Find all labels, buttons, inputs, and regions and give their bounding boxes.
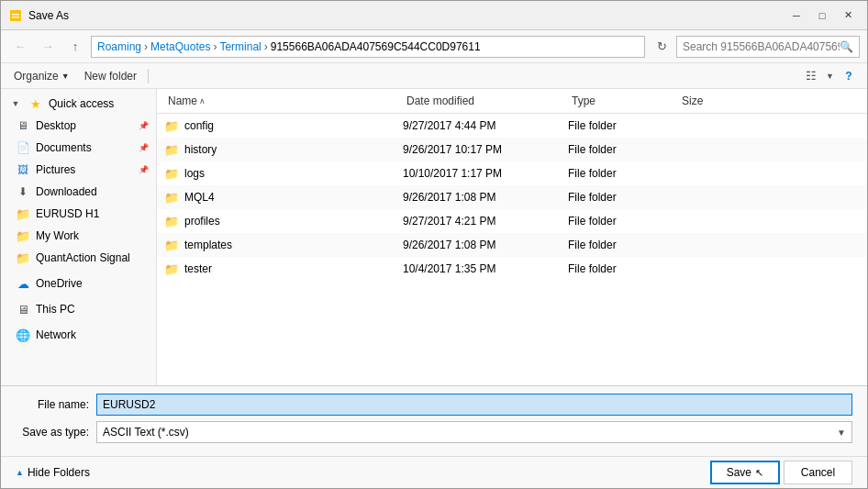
refresh-button[interactable]: ↻ bbox=[651, 36, 673, 58]
main-content: ▼ ★ Quick access 🖥 Desktop 📌 📄 Documents… bbox=[1, 89, 867, 385]
navigation-toolbar: ← → ↑ Roaming › MetaQuotes › Terminal › … bbox=[1, 30, 867, 63]
table-row[interactable]: 📁 templates 9/26/2017 1:08 PM File folde… bbox=[157, 233, 867, 257]
view-button[interactable]: ☷ bbox=[800, 66, 822, 86]
bottom-panel: File name: Save as type: ASCII Text (*.c… bbox=[1, 385, 867, 456]
quick-access-header[interactable]: ▼ ★ Quick access bbox=[1, 93, 156, 115]
new-folder-button[interactable]: New folder bbox=[79, 68, 142, 84]
onedrive-icon: ☁ bbox=[16, 276, 30, 291]
table-row[interactable]: 📁 config 9/27/2017 4:44 PM File folder bbox=[157, 114, 867, 138]
savetype-row: Save as type: ASCII Text (*.csv) ▼ bbox=[16, 421, 852, 443]
quick-access-section: ▼ ★ Quick access 🖥 Desktop 📌 📄 Documents… bbox=[1, 93, 156, 269]
desktop-icon: 🖥 bbox=[16, 118, 30, 133]
folder-icon: 📁 bbox=[164, 261, 179, 276]
col-header-date[interactable]: Date modified bbox=[403, 93, 568, 109]
col-header-type[interactable]: Type bbox=[568, 93, 678, 109]
savetype-label: Save as type: bbox=[16, 426, 89, 439]
save-label: Save bbox=[727, 466, 751, 479]
save-button[interactable]: Save ↖ bbox=[710, 461, 780, 484]
file-name: history bbox=[184, 143, 217, 156]
help-button[interactable]: ? bbox=[838, 66, 860, 86]
quick-access-chevron: ▼ bbox=[8, 96, 23, 111]
file-name: profiles bbox=[184, 215, 220, 228]
breadcrumb-roaming[interactable]: Roaming bbox=[97, 40, 141, 53]
documents-pin-icon: 📌 bbox=[139, 143, 149, 152]
forward-button[interactable]: → bbox=[36, 36, 60, 58]
hide-folders-chevron-icon: ▲ bbox=[16, 468, 24, 477]
file-type: File folder bbox=[568, 119, 678, 132]
organize-label: Organize bbox=[14, 70, 59, 83]
sidebar-item-mywork[interactable]: 📁 My Work bbox=[1, 225, 156, 247]
cancel-label: Cancel bbox=[801, 466, 835, 479]
sidebar-mywork-label: My Work bbox=[36, 229, 79, 242]
back-button[interactable]: ← bbox=[8, 36, 32, 58]
maximize-button[interactable]: □ bbox=[810, 6, 834, 25]
downloaded-icon: ⬇ bbox=[16, 184, 30, 199]
file-type: File folder bbox=[568, 191, 678, 204]
file-date: 9/27/2017 4:21 PM bbox=[403, 215, 568, 228]
svg-rect-0 bbox=[10, 10, 21, 21]
folder-icon: 📁 bbox=[164, 142, 179, 157]
filename-input[interactable] bbox=[96, 394, 852, 416]
sidebar-item-thispc[interactable]: 🖥 This PC bbox=[1, 298, 156, 320]
folder-icon: 📁 bbox=[164, 214, 179, 228]
sort-arrow-name: ∧ bbox=[199, 96, 206, 106]
title-bar-controls: ─ □ ✕ bbox=[785, 6, 860, 25]
sidebar-desktop-label: Desktop bbox=[36, 119, 76, 132]
sidebar-item-network[interactable]: 🌐 Network bbox=[1, 324, 156, 346]
mywork-folder-icon: 📁 bbox=[16, 228, 30, 243]
search-box[interactable]: 🔍 bbox=[676, 36, 860, 58]
sidebar-thispc-label: This PC bbox=[36, 303, 75, 316]
folder-icon: 📁 bbox=[164, 190, 179, 205]
savetype-value: ASCII Text (*.csv) bbox=[103, 426, 189, 439]
sidebar-item-quantaction[interactable]: 📁 QuantAction Signal bbox=[1, 247, 156, 269]
col-header-size[interactable]: Size bbox=[678, 93, 751, 109]
hide-folders-label: Hide Folders bbox=[28, 466, 90, 479]
dialog-icon bbox=[8, 8, 23, 23]
action-bar: Organize ▼ New folder ☷ ▼ ? bbox=[1, 63, 867, 89]
table-row[interactable]: 📁 logs 10/10/2017 1:17 PM File folder bbox=[157, 161, 867, 185]
sidebar-item-desktop[interactable]: 🖥 Desktop 📌 bbox=[1, 115, 156, 137]
svg-rect-2 bbox=[12, 17, 19, 18]
sidebar-onedrive-label: OneDrive bbox=[36, 277, 83, 290]
minimize-button[interactable]: ─ bbox=[785, 6, 808, 25]
new-folder-label: New folder bbox=[84, 70, 137, 83]
table-row[interactable]: 📁 history 9/26/2017 10:17 PM File folder bbox=[157, 138, 867, 161]
sidebar-item-documents[interactable]: 📄 Documents 📌 bbox=[1, 137, 156, 159]
title-bar: Save As ─ □ ✕ bbox=[1, 1, 867, 30]
quantaction-folder-icon: 📁 bbox=[16, 250, 30, 265]
sidebar-network-label: Network bbox=[36, 328, 76, 341]
savetype-select[interactable]: ASCII Text (*.csv) ▼ bbox=[96, 421, 852, 443]
close-button[interactable]: ✕ bbox=[836, 6, 860, 25]
col-header-name[interactable]: Name ∧ bbox=[164, 93, 403, 109]
file-date: 9/26/2017 1:08 PM bbox=[403, 191, 568, 204]
file-type: File folder bbox=[568, 215, 678, 228]
sidebar-item-downloaded[interactable]: ⬇ Downloaded bbox=[1, 181, 156, 203]
documents-icon: 📄 bbox=[16, 140, 30, 155]
file-date: 10/10/2017 1:17 PM bbox=[403, 167, 568, 180]
up-button[interactable]: ↑ bbox=[63, 36, 87, 58]
search-icon: 🔍 bbox=[840, 40, 853, 53]
cancel-button[interactable]: Cancel bbox=[784, 461, 852, 484]
folder-icon: 📁 bbox=[164, 238, 179, 252]
pictures-pin-icon: 📌 bbox=[139, 165, 149, 174]
breadcrumb-bar[interactable]: Roaming › MetaQuotes › Terminal › 915566… bbox=[91, 36, 645, 58]
organize-button[interactable]: Organize ▼ bbox=[8, 68, 75, 84]
file-date: 9/26/2017 10:17 PM bbox=[403, 143, 568, 156]
hide-folders-button[interactable]: ▲ Hide Folders bbox=[16, 466, 90, 479]
network-section: 🌐 Network bbox=[1, 324, 156, 346]
table-row[interactable]: 📁 profiles 9/27/2017 4:21 PM File folder bbox=[157, 209, 867, 233]
table-row[interactable]: 📁 MQL4 9/26/2017 1:08 PM File folder bbox=[157, 185, 867, 209]
breadcrumb-terminal[interactable]: Terminal bbox=[219, 40, 261, 53]
sidebar-item-pictures[interactable]: 🖼 Pictures 📌 bbox=[1, 159, 156, 181]
quick-access-star-icon: ★ bbox=[28, 96, 43, 111]
search-input[interactable] bbox=[683, 40, 840, 53]
sidebar-downloaded-label: Downloaded bbox=[36, 185, 97, 198]
table-row[interactable]: 📁 tester 10/4/2017 1:35 PM File folder bbox=[157, 257, 867, 281]
sidebar-item-onedrive[interactable]: ☁ OneDrive bbox=[1, 272, 156, 295]
sidebar-item-eurusd[interactable]: 📁 EURUSD H1 bbox=[1, 203, 156, 225]
file-type: File folder bbox=[568, 143, 678, 156]
organize-dropdown-icon: ▼ bbox=[61, 72, 70, 81]
file-date: 10/4/2017 1:35 PM bbox=[403, 262, 568, 275]
file-name: logs bbox=[184, 167, 205, 180]
breadcrumb-metaquotes[interactable]: MetaQuotes bbox=[150, 40, 210, 53]
